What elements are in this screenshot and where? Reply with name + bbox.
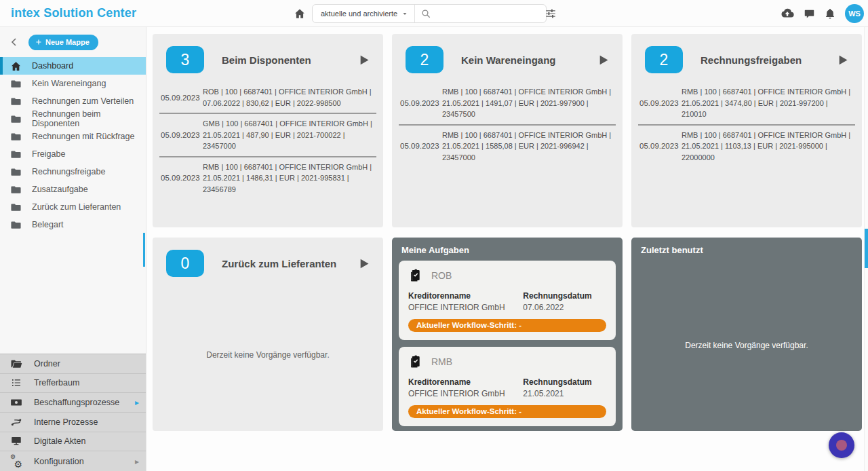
sidebar-scrollbar-thumb[interactable]: [143, 233, 145, 267]
sidebar-item-belegart[interactable]: Belegart: [0, 216, 146, 233]
new-mappe-label: Neue Mappe: [45, 38, 90, 46]
sidebar-item-zur-ck-zum-lieferanten[interactable]: Zurück zum Lieferanten: [0, 198, 146, 216]
count-badge: 3: [166, 46, 204, 73]
open-folder-arrow-icon[interactable]: [357, 52, 371, 69]
global-search-bar: aktuelle und archivierte Vorgän...: [312, 4, 547, 23]
sidebar-item-label: Dashboard: [32, 61, 73, 71]
card-header: 0 Zurück zum Lieferanten: [153, 238, 383, 277]
vorgang-row[interactable]: 05.09.2023RMB | 100 | 6687401 | OFFICE I…: [638, 126, 855, 168]
vorgang-text: RMB | 100 | 6687401 | OFFICE INTERIOR Gm…: [442, 130, 614, 164]
sidebar-tool-konfiguration[interactable]: ⚙⚙Konfiguration▸: [0, 451, 146, 471]
task-card-rmb[interactable]: RMBKreditorennameOFFICE INTERIOR GmbHRec…: [399, 347, 616, 426]
card-title: Zurück zum Lieferanten: [222, 258, 336, 269]
panel-title: Meine Aufgaben: [392, 238, 623, 259]
assistant-fab-button[interactable]: [829, 432, 854, 458]
sidebar-tool-digitale-akten[interactable]: Digitale Akten: [0, 432, 146, 452]
zuletzt-benutzt-panel: Zuletzt benutzt Derzeit keine Vorgänge v…: [631, 238, 862, 431]
sidebar-item-rechnungen-mit-r-ckfrage[interactable]: Rechnungen mit Rückfrage: [0, 128, 146, 145]
task-type-label: ROB: [431, 270, 452, 281]
chat-icon[interactable]: [804, 8, 815, 20]
sidebar-tool-label: Trefferbaum: [34, 378, 79, 388]
home-icon[interactable]: [294, 7, 306, 20]
folder-icon: [10, 96, 22, 107]
vorgang-row[interactable]: 05.09.2023RMB | 100 | 6687401 | OFFICE I…: [159, 157, 376, 200]
vorgang-row[interactable]: 05.09.2023RMB | 100 | 6687401 | OFFICE I…: [399, 82, 616, 126]
sidebar-tool-trefferbaum[interactable]: Trefferbaum: [0, 374, 146, 394]
vorgang-text: RMB | 100 | 6687401 | OFFICE INTERIOR Gm…: [682, 86, 854, 120]
collapse-sidebar-icon[interactable]: [9, 37, 20, 48]
vorgang-date: 05.09.2023: [161, 174, 203, 182]
sidebar-tool-ordner[interactable]: Ordner: [0, 354, 146, 374]
clipboard-check-icon: [408, 268, 423, 283]
vorgang-list: 05.09.2023RMB | 100 | 6687401 | OFFICE I…: [638, 82, 855, 221]
panel-title: Zuletzt benutzt: [631, 238, 862, 259]
sidebar-item-dashboard[interactable]: Dashboard: [0, 57, 146, 75]
field-value: OFFICE INTERIOR GmbH: [408, 389, 523, 398]
vorgang-row[interactable]: 05.09.2023RMB | 100 | 6687401 | OFFICE I…: [638, 82, 855, 126]
folder-icon: [10, 78, 22, 90]
open-folder-arrow-icon[interactable]: [357, 255, 371, 272]
sidebar-tool-beschaffungsprozesse[interactable]: Beschaffungsprozesse▸: [0, 393, 146, 413]
task-card-rob[interactable]: ROBKreditorennameOFFICE INTERIOR GmbHRec…: [399, 261, 616, 340]
app-header: intex Solution Center aktuelle und archi…: [0, 0, 868, 27]
sidebar-item-label: Belegart: [32, 220, 64, 229]
sidebar-tool-label: Konfiguration: [34, 457, 84, 466]
notifications-bell-icon[interactable]: [824, 7, 836, 20]
sidebar-item-kein-wareneingang[interactable]: Kein Wareneingang: [0, 75, 146, 92]
sidebar-item-rechnungen-zum-verteilen[interactable]: Rechnungen zum Verteilen: [0, 92, 146, 110]
sidebar-item-zusatzaufgabe[interactable]: Zusatzaufgabe: [0, 181, 146, 198]
sidebar-top-controls: Neue Mappe: [0, 27, 146, 57]
workflow-step-bar: Aktueller Workflow-Schritt: -: [408, 405, 606, 418]
cloud-upload-icon[interactable]: [780, 6, 795, 21]
empty-message: Derzeit keine Vorgänge verfügbar.: [206, 350, 329, 360]
open-folder-arrow-icon[interactable]: [835, 52, 850, 69]
sidebar-tool-label: Interne Prozesse: [34, 417, 98, 427]
folder-icon: [10, 184, 22, 195]
vorgang-row[interactable]: 05.09.2023RMB | 100 | 6687401 | OFFICE I…: [399, 126, 616, 168]
page-scrollbar-thumb[interactable]: [865, 229, 868, 268]
search-icon: [420, 8, 431, 19]
vorgang-date: 05.09.2023: [161, 94, 203, 102]
home-icon: [10, 60, 22, 72]
sidebar-item-freigabe[interactable]: Freigabe: [0, 145, 146, 163]
sidebar-item-label: Kein Wareneingang: [32, 79, 106, 88]
task-field-kreditorenname: KreditorennameOFFICE INTERIOR GmbH: [408, 291, 523, 312]
empty-message: Derzeit keine Vorgänge verfügbar.: [685, 341, 808, 350]
card-kein-wareneingang: 2 Kein Wareneingang 05.09.2023RMB | 100 …: [392, 34, 623, 227]
vorgang-date: 05.09.2023: [161, 131, 203, 139]
card-title: Beim Disponenten: [222, 54, 311, 66]
user-avatar[interactable]: WS: [845, 4, 864, 23]
search-scope-dropdown[interactable]: aktuelle und archivierte Vorgän...: [313, 5, 414, 22]
sidebar-tool-interne-prozesse[interactable]: Interne Prozesse: [0, 413, 146, 432]
search-segment: [414, 5, 562, 22]
sidebar-item-rechnungen-beim-disponenten[interactable]: Rechnungen beim Disponenten: [0, 110, 146, 128]
caret-down-icon: [401, 10, 409, 18]
vorgang-row[interactable]: 05.09.2023GMB | 100 | 6687401 | OFFICE I…: [159, 114, 376, 157]
task-type-label: RMB: [431, 356, 452, 367]
page-scrollbar[interactable]: [864, 27, 868, 471]
process-flow-icon: [10, 416, 22, 428]
sidebar-tools-list: OrdnerTrefferbaumBeschaffungsprozesse▸In…: [0, 354, 146, 471]
vorgang-list: Derzeit keine Vorgänge verfügbar.: [159, 286, 376, 424]
card-zurueck-zum-lieferanten: 0 Zurück zum Lieferanten Derzeit keine V…: [153, 238, 383, 431]
gears-icon: ⚙⚙: [10, 455, 22, 468]
vorgang-date: 05.09.2023: [639, 142, 682, 150]
app-title: intex Solution Center: [11, 6, 136, 20]
new-mappe-button[interactable]: Neue Mappe: [28, 35, 98, 50]
sidebar-item-label: Zurück zum Lieferanten: [32, 202, 121, 212]
card-title: Rechnungsfreigaben: [701, 54, 802, 66]
list-tree-icon: [10, 377, 22, 389]
task-field-kreditorenname: KreditorennameOFFICE INTERIOR GmbH: [408, 377, 523, 398]
vorgang-row[interactable]: 05.09.2023ROB | 100 | 6687401 | OFFICE I…: [159, 82, 376, 114]
sidebar-item-rechnungsfreigabe[interactable]: Rechnungsfreigabe: [0, 163, 146, 181]
vorgang-date: 05.09.2023: [400, 99, 442, 107]
search-filter-icon[interactable]: [545, 7, 557, 20]
vorgang-list: 05.09.2023RMB | 100 | 6687401 | OFFICE I…: [399, 82, 616, 221]
vorgang-text: RMB | 100 | 6687401 | OFFICE INTERIOR Gm…: [682, 130, 854, 164]
search-input[interactable]: [435, 9, 540, 18]
assistant-fab-dot-icon: [836, 440, 847, 451]
open-folder-arrow-icon[interactable]: [596, 52, 610, 69]
sidebar-tool-label: Beschaffungsprozesse: [34, 398, 119, 407]
folder-icon: [10, 149, 22, 160]
header-actions: WS: [780, 0, 864, 27]
